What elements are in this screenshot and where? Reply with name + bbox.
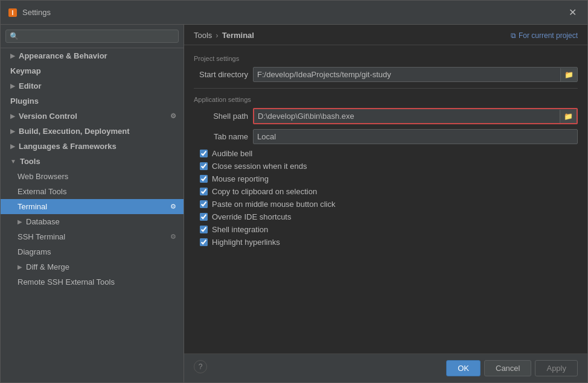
app-icon: I [8,8,18,17]
checkbox-row-audible-bell[interactable]: Audible bell [200,149,578,158]
checkbox-row-highlight-hyperlinks[interactable]: Highlight hyperlinks [200,238,578,247]
svg-text:I: I [12,10,14,16]
settings-icon: ⚙ [170,112,176,120]
checkbox-copy-clipboard[interactable] [200,188,208,195]
sidebar-item-version-control[interactable]: ▶ Version Control ⚙ [1,109,184,124]
main-content: 🔍 ▶ Appearance & Behavior Keymap ▶ Edito… [1,25,587,382]
checkbox-row-close-session[interactable]: Close session when it ends [200,162,578,171]
sidebar-item-tools[interactable]: ▼ Tools [1,154,184,169]
breadcrumb-current: Terminal [222,31,254,40]
sidebar-item-build[interactable]: ▶ Build, Execution, Deployment [1,124,184,139]
title-bar-left: I Settings [8,8,51,17]
right-panel: Tools › Terminal ⧉ For current project P… [184,25,587,382]
checkbox-close-session[interactable] [200,162,208,170]
start-directory-row: Start directory 📁 [194,67,578,82]
sidebar-item-editor[interactable]: ▶ Editor [1,78,184,93]
settings-body: Project settings Start directory 📁 Appli… [184,45,587,353]
checkbox-row-mouse-reporting[interactable]: Mouse reporting [200,174,578,183]
checkbox-row-shell-integration[interactable]: Shell integration [200,225,578,234]
bottom-bar: ? OK Cancel Apply [184,353,587,382]
checkbox-row-override-ide[interactable]: Override IDE shortcuts [200,212,578,221]
checkbox-highlight-hyperlinks[interactable] [200,238,208,246]
sidebar-item-label: Editor [19,81,42,90]
start-directory-label: Start directory [194,70,248,79]
sidebar-item-label: Languages & Frameworks [19,142,117,151]
shell-path-label: Shell path [194,112,248,121]
start-directory-browse-button[interactable]: 📁 [560,68,577,81]
checkbox-shell-integration[interactable] [200,226,208,233]
arrow-icon: ▶ [18,218,22,225]
sidebar-item-label: Tools [20,157,40,166]
cancel-button[interactable]: Cancel [484,360,531,376]
search-input[interactable] [21,32,174,40]
close-button[interactable]: ✕ [565,5,580,19]
sidebar-item-label: Terminal [18,202,47,211]
ok-button[interactable]: OK [446,360,481,376]
breadcrumb: Tools › Terminal ⧉ For current project [184,25,587,45]
checkbox-mouse-reporting[interactable] [200,175,208,183]
sidebar-item-web-browsers[interactable]: Web Browsers [1,169,184,184]
sidebar: 🔍 ▶ Appearance & Behavior Keymap ▶ Edito… [1,25,184,382]
sidebar-item-label: Database [26,217,60,226]
tab-name-input[interactable] [254,130,577,144]
sidebar-item-label: Keymap [10,66,41,75]
apply-button[interactable]: Apply [535,360,578,376]
search-icon: 🔍 [10,32,19,40]
sidebar-item-label: Diff & Merge [26,262,69,271]
checkbox-audible-bell[interactable] [200,150,208,157]
sidebar-item-label: Diagrams [18,247,51,256]
divider [194,88,578,89]
search-input-wrap[interactable]: 🔍 [5,30,179,43]
sidebar-item-terminal[interactable]: Terminal ⚙ [1,199,184,214]
sidebar-item-label: Web Browsers [18,172,68,181]
shell-path-row: Shell path 📁 [194,108,578,124]
start-directory-input-wrap: 📁 [253,67,578,82]
tab-name-label: Tab name [194,132,248,141]
sidebar-item-ssh-terminal[interactable]: SSH Terminal ⚙ [1,229,184,244]
shell-path-browse-button[interactable]: 📁 [560,110,577,123]
checkbox-label-highlight-hyperlinks: Highlight hyperlinks [212,238,280,247]
sidebar-item-plugins[interactable]: Plugins [1,93,184,109]
arrow-icon: ▶ [18,264,22,270]
sidebar-item-label: SSH Terminal [18,232,65,241]
arrow-icon: ▶ [10,83,15,89]
checkbox-label-audible-bell: Audible bell [212,149,252,158]
for-current-label: For current project [519,31,578,40]
for-current-project[interactable]: ⧉ For current project [511,31,578,40]
sidebar-item-diff-merge[interactable]: ▶ Diff & Merge [1,259,184,274]
checkbox-label-override-ide: Override IDE shortcuts [212,212,292,221]
checkbox-label-mouse-reporting: Mouse reporting [212,174,269,183]
shell-path-input-wrap: 📁 [253,108,578,124]
sidebar-item-keymap[interactable]: Keymap [1,63,184,78]
settings-icon: ⚙ [170,203,176,210]
arrow-icon: ▶ [10,52,15,59]
arrow-icon: ▶ [10,128,15,135]
sidebar-item-languages[interactable]: ▶ Languages & Frameworks [1,139,184,154]
shell-path-input[interactable] [254,109,560,123]
start-directory-input[interactable] [254,68,560,81]
breadcrumb-parent: Tools [194,31,212,40]
checkbox-paste-middle[interactable] [200,200,208,208]
checkbox-label-copy-clipboard: Copy to clipboard on selection [212,187,317,196]
sidebar-item-remote-ssh[interactable]: Remote SSH External Tools [1,274,184,290]
application-settings-label: Application settings [194,96,578,103]
arrow-icon: ▶ [10,113,15,119]
sidebar-item-external-tools[interactable]: External Tools [1,184,184,199]
sidebar-item-label: External Tools [18,187,66,196]
tab-name-row: Tab name [194,129,578,144]
project-settings-label: Project settings [194,55,578,62]
checkbox-row-paste-middle[interactable]: Paste on middle mouse button click [200,200,578,209]
sidebar-item-label: Appearance & Behavior [19,51,107,60]
sidebar-item-label: Version Control [19,112,77,121]
copy-icon: ⧉ [511,31,516,40]
settings-dialog: I Settings ✕ 🔍 ▶ Appearance & Behavior K… [0,0,588,383]
checkbox-override-ide[interactable] [200,213,208,221]
sidebar-item-appearance[interactable]: ▶ Appearance & Behavior [1,48,184,63]
sidebar-item-label: Plugins [10,97,39,106]
checkbox-row-copy-clipboard[interactable]: Copy to clipboard on selection [200,187,578,196]
sidebar-item-diagrams[interactable]: Diagrams [1,244,184,259]
checkbox-label-paste-middle: Paste on middle mouse button click [212,200,336,209]
help-button[interactable]: ? [194,360,207,373]
sidebar-item-database[interactable]: ▶ Database [1,214,184,229]
arrow-icon: ▶ [10,143,15,150]
